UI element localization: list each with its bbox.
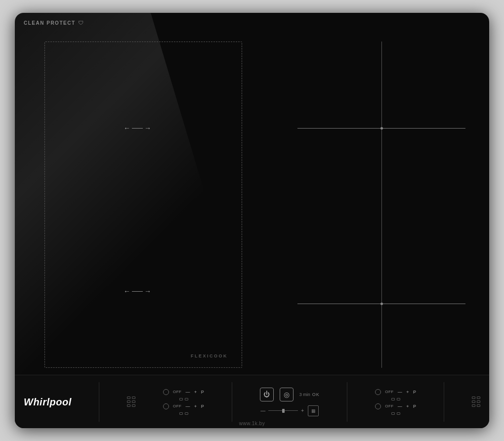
ok-button[interactable]: OK: [312, 392, 320, 397]
slider-plus[interactable]: +: [301, 408, 304, 413]
ctrl-row-top-left: OFF — + P: [163, 389, 204, 395]
plus-btn-tr[interactable]: +: [406, 390, 409, 395]
center-controls: ⏻ ◎ 3 min OK —: [260, 388, 320, 416]
divider-4: [444, 382, 444, 422]
cross-dot-top: [380, 127, 383, 130]
ctrl-row-top-right: OFF — + P: [375, 389, 416, 395]
divider-3: [347, 382, 347, 422]
off-label-bl: OFF: [173, 404, 182, 408]
off-label-br: OFF: [385, 404, 394, 408]
power-icon: ⏻: [263, 391, 270, 398]
clean-protect-badge: CLEAN PROTECT 🛡: [24, 20, 84, 26]
indicator-top-right: [375, 389, 381, 395]
timer-icon: ◎: [284, 391, 290, 398]
minus-btn-tr[interactable]: —: [398, 390, 403, 395]
burner-marker-top-left: ← →: [124, 124, 151, 132]
timer-button[interactable]: ◎: [280, 388, 294, 401]
center-top-row: ⏻ ◎ 3 min OK: [260, 388, 320, 401]
v-line-top: [381, 42, 382, 128]
lock-ok-group: 3 min OK: [299, 392, 320, 397]
p-btn-br[interactable]: P: [413, 404, 417, 409]
slider-thumb[interactable]: [282, 409, 285, 413]
control-panel: Whirlpool OFF — +: [15, 375, 489, 428]
minus-btn-br[interactable]: —: [398, 404, 403, 409]
minus-btn-bl[interactable]: —: [185, 404, 190, 409]
power-button[interactable]: ⏻: [260, 388, 274, 401]
right-zone-controls: OFF — + P OFF — + P: [375, 389, 416, 415]
cross-dot-bottom: [380, 303, 383, 305]
plus-btn-br[interactable]: +: [406, 404, 409, 409]
p-btn-tr[interactable]: P: [413, 390, 417, 395]
watermark: www.1k.by: [239, 421, 265, 426]
slider-minus[interactable]: —: [260, 408, 265, 413]
flexi-cook-label: FLEXICOOK: [191, 353, 228, 358]
minus-btn-tl[interactable]: —: [185, 390, 190, 395]
p-btn-tl[interactable]: P: [201, 390, 205, 395]
right-burner-zone: [297, 42, 465, 368]
clean-protect-label: CLEAN PROTECT: [24, 20, 76, 26]
brand-section: Whirlpool: [24, 397, 72, 407]
off-label-tl: OFF: [173, 390, 182, 394]
burner-marker-bottom-left: ← →: [124, 287, 151, 295]
v-line-bot: [381, 304, 382, 368]
plus-btn-bl[interactable]: +: [194, 404, 197, 409]
lock-icon: ▦: [311, 408, 316, 413]
lock-button[interactable]: ▦: [308, 405, 319, 416]
indicator-top-left: [163, 389, 169, 395]
zone-grid-right-2: [391, 412, 400, 415]
divider-1: [99, 382, 99, 422]
zone-grid-right: [391, 398, 400, 400]
zone-icons-left: [127, 397, 135, 407]
flexi-cook-zone: FLEXICOOK: [44, 42, 242, 368]
cooktop: CLEAN PROTECT 🛡 FLEXICOOK ← → ← → Whirlp…: [15, 13, 489, 428]
left-zone-controls: OFF — + P OFF — + P: [163, 389, 204, 415]
slider-track-wrap: [268, 410, 298, 411]
ctrl-row-bottom-right: OFF — + P: [375, 403, 416, 409]
p-btn-bl[interactable]: P: [201, 404, 205, 409]
indicator-bottom-left: [163, 403, 169, 409]
center-bottom-row: — + ▦: [260, 405, 319, 416]
off-label-tr: OFF: [385, 390, 394, 394]
brand-name: Whirlpool: [24, 397, 72, 407]
timer-sub-label: 3 min: [299, 392, 310, 397]
zone-grid-left: [179, 398, 188, 400]
level-slider: — +: [260, 408, 304, 413]
zone-icons-right: [472, 397, 480, 407]
ctrl-row-bottom-left: OFF — + P: [163, 403, 204, 409]
v-line-mid: [381, 128, 382, 304]
indicator-bottom-right: [375, 403, 381, 409]
plus-btn-tl[interactable]: +: [194, 390, 197, 395]
shield-icon: 🛡: [78, 20, 84, 26]
zone-grid-left-2: [179, 412, 188, 415]
divider-2: [232, 382, 232, 422]
